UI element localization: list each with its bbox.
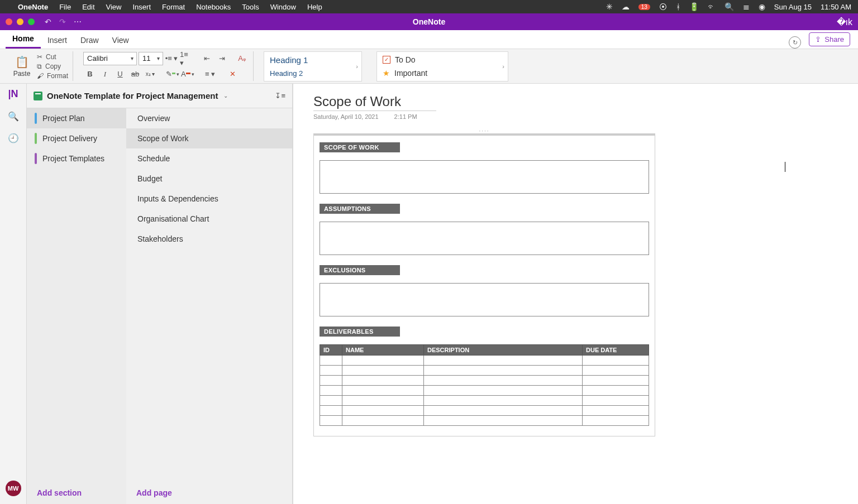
menu-insert[interactable]: Insert bbox=[132, 3, 151, 11]
close-window-button[interactable] bbox=[6, 18, 12, 25]
table-cell[interactable] bbox=[424, 366, 583, 376]
menu-edit[interactable]: Edit bbox=[82, 3, 94, 11]
onenote-logo-icon[interactable]: |N bbox=[8, 88, 18, 100]
bluetooth-icon[interactable]: ᚼ bbox=[676, 2, 680, 11]
assumptions-text-box[interactable] bbox=[320, 222, 649, 255]
table-cell[interactable] bbox=[342, 366, 424, 376]
table-cell[interactable] bbox=[342, 386, 424, 396]
tab-insert[interactable]: Insert bbox=[41, 31, 74, 49]
page-canvas[interactable]: Scope of Work Saturday, April 10, 2021 2… bbox=[293, 84, 858, 504]
numbering-button[interactable]: 1≡ ▾ bbox=[180, 52, 193, 65]
page-item[interactable]: Organisational Chart bbox=[126, 209, 292, 229]
add-page-button[interactable]: Add page bbox=[126, 482, 292, 504]
table-cell[interactable] bbox=[424, 406, 583, 416]
table-cell[interactable] bbox=[424, 386, 583, 396]
tags-expand-icon[interactable]: › bbox=[502, 63, 504, 70]
table-cell[interactable] bbox=[583, 376, 649, 386]
undo-button[interactable]: ↶ bbox=[45, 17, 51, 26]
exclusions-text-box[interactable] bbox=[320, 283, 649, 316]
align-button[interactable]: ≡ ▾ bbox=[203, 68, 217, 81]
table-cell[interactable] bbox=[424, 356, 583, 366]
table-cell[interactable] bbox=[342, 376, 424, 386]
zoom-window-button[interactable] bbox=[28, 18, 35, 25]
table-cell[interactable] bbox=[320, 406, 342, 416]
tags-gallery[interactable]: ✓ To Do ★ Important › bbox=[376, 51, 508, 81]
notebook-header[interactable]: OneNote Template for Project Management … bbox=[27, 84, 292, 108]
section-item[interactable]: Project Delivery bbox=[27, 128, 126, 148]
table-cell[interactable] bbox=[342, 396, 424, 406]
bullets-button[interactable]: •≡ ▾ bbox=[165, 52, 178, 65]
page-item[interactable]: Overview bbox=[126, 108, 292, 128]
sort-pages-button[interactable]: ↧≡ bbox=[275, 92, 285, 100]
table-cell[interactable] bbox=[583, 356, 649, 366]
table-cell[interactable] bbox=[320, 356, 342, 366]
table-row[interactable] bbox=[320, 356, 649, 366]
table-row[interactable] bbox=[320, 406, 649, 416]
font-color-button[interactable]: A▾ bbox=[181, 68, 194, 81]
sync-status-icon[interactable]: ↻ bbox=[789, 36, 801, 49]
table-cell[interactable] bbox=[320, 416, 342, 426]
menubar-date[interactable]: Sun Aug 15 bbox=[774, 3, 812, 11]
indent-button[interactable]: ⇥ bbox=[215, 52, 228, 65]
wifi-icon[interactable]: ᯤ bbox=[708, 2, 716, 11]
search-icon[interactable]: 🔍 bbox=[8, 111, 19, 122]
table-cell[interactable] bbox=[583, 406, 649, 416]
status-notification-badge[interactable]: 13 bbox=[638, 4, 650, 10]
table-cell[interactable] bbox=[342, 406, 424, 416]
table-cell[interactable] bbox=[424, 396, 583, 406]
tag-todo[interactable]: ✓ To Do bbox=[383, 55, 498, 64]
font-size-select[interactable]: 11 bbox=[139, 52, 163, 65]
status-record-icon[interactable]: ⦿ bbox=[659, 2, 667, 11]
menu-help[interactable]: Help bbox=[307, 3, 322, 11]
scope-text-box[interactable] bbox=[320, 160, 649, 194]
styles-expand-icon[interactable]: › bbox=[356, 63, 358, 70]
page-title[interactable]: Scope of Work bbox=[313, 94, 436, 111]
presence-icon[interactable]: �ık bbox=[837, 17, 852, 27]
highlight-button[interactable]: ✎▾ bbox=[166, 68, 179, 81]
menu-tools[interactable]: Tools bbox=[242, 3, 259, 11]
font-family-select[interactable]: Calibri bbox=[83, 52, 137, 65]
tab-view[interactable]: View bbox=[106, 31, 136, 49]
table-row[interactable] bbox=[320, 376, 649, 386]
clear-formatting-button[interactable]: Aᵩ bbox=[235, 52, 249, 65]
table-row[interactable] bbox=[320, 386, 649, 396]
format-painter-button[interactable]: 🖌Format bbox=[37, 72, 68, 80]
menubar-time[interactable]: 11:50 AM bbox=[821, 3, 851, 11]
table-cell[interactable] bbox=[583, 396, 649, 406]
italic-button[interactable]: I bbox=[98, 68, 112, 81]
redo-button[interactable]: ↷ bbox=[59, 17, 66, 26]
app-menu[interactable]: OneNote bbox=[18, 3, 48, 11]
tab-draw[interactable]: Draw bbox=[74, 31, 106, 49]
page-item[interactable]: Inputs & Dependencies bbox=[126, 189, 292, 209]
menu-notebooks[interactable]: Notebooks bbox=[196, 3, 231, 11]
tab-home[interactable]: Home bbox=[6, 30, 41, 49]
table-cell[interactable] bbox=[424, 416, 583, 426]
status-cloud-icon[interactable]: ☁ bbox=[622, 2, 630, 11]
table-cell[interactable] bbox=[583, 416, 649, 426]
share-button[interactable]: ⇪ Share bbox=[809, 32, 850, 46]
table-row[interactable] bbox=[320, 366, 649, 376]
table-cell[interactable] bbox=[583, 366, 649, 376]
section-item[interactable]: Project Templates bbox=[27, 148, 126, 169]
subscript-button[interactable]: x₂ ▾ bbox=[144, 68, 157, 81]
paste-button[interactable]: 📋 Paste bbox=[10, 55, 34, 78]
add-section-button[interactable]: Add section bbox=[27, 482, 126, 504]
spotlight-icon[interactable]: 🔍 bbox=[724, 2, 734, 11]
note-container[interactable]: SCOPE OF WORK ASSUMPTIONS EXCLUSIONS DEL… bbox=[313, 133, 655, 436]
page-item[interactable]: Budget bbox=[126, 169, 292, 189]
bold-button[interactable]: B bbox=[83, 68, 97, 81]
tag-important[interactable]: ★ Important bbox=[383, 69, 498, 78]
deliverables-table[interactable]: IDNAMEDESCRIPTIONDUE DATE bbox=[320, 344, 649, 426]
cut-button[interactable]: ✂Cut bbox=[37, 53, 68, 61]
styles-gallery[interactable]: Heading 1 Heading 2 › bbox=[264, 51, 362, 81]
siri-icon[interactable]: ◉ bbox=[759, 2, 765, 11]
user-avatar[interactable]: MW bbox=[6, 481, 21, 496]
table-cell[interactable] bbox=[320, 396, 342, 406]
table-cell[interactable] bbox=[342, 356, 424, 366]
table-cell[interactable] bbox=[583, 386, 649, 396]
battery-icon[interactable]: 🔋 bbox=[689, 2, 699, 11]
page-item[interactable]: Stakeholders bbox=[126, 229, 292, 249]
section-item[interactable]: Project Plan bbox=[27, 108, 126, 128]
table-cell[interactable] bbox=[320, 376, 342, 386]
menu-format[interactable]: Format bbox=[162, 3, 185, 11]
